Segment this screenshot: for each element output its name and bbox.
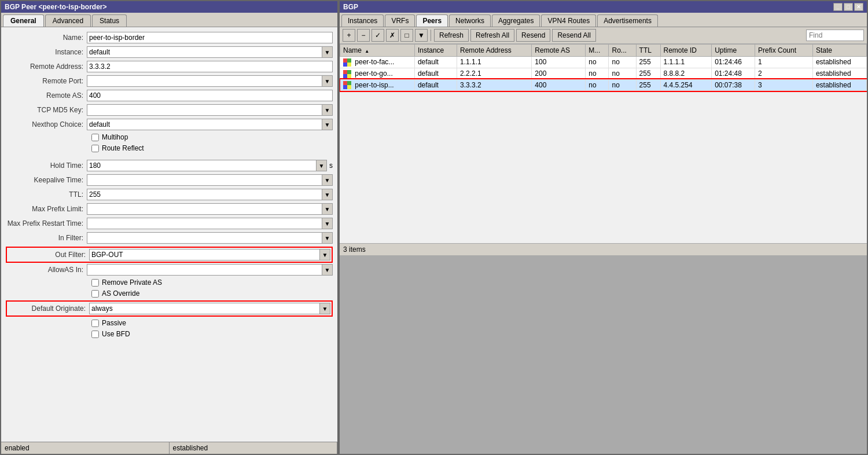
row3-ro: no	[609, 79, 636, 91]
max-prefix-restart-dropdown-btn[interactable]: ▼	[322, 218, 332, 229]
table-row[interactable]: peer-to-fac... default 1.1.1.1 100 no no…	[340, 57, 867, 68]
col-instance[interactable]: Instance	[414, 45, 457, 57]
row2-instance: default	[414, 68, 457, 79]
remote-address-label: Remote Address:	[6, 63, 87, 71]
in-filter-select[interactable]: ▼	[87, 232, 333, 244]
ttl-dropdown-btn[interactable]: ▼	[322, 189, 332, 200]
col-remote-as[interactable]: Remote AS	[532, 45, 586, 57]
row1-remote-as: 100	[532, 57, 586, 68]
tab-advanced[interactable]: Advanced	[45, 14, 91, 27]
filter-btn[interactable]: ▼	[415, 29, 428, 42]
default-originate-dropdown-btn[interactable]: ▼	[319, 303, 330, 314]
col-state[interactable]: State	[812, 45, 866, 57]
ttl-select[interactable]: 255 ▼	[87, 189, 333, 200]
peer-icon-2	[343, 70, 351, 78]
row2-remote-id: 8.8.8.2	[660, 68, 712, 79]
multihop-checkbox[interactable]	[91, 134, 99, 141]
remote-as-label: Remote AS:	[6, 91, 87, 100]
hold-time-unit: s	[329, 162, 333, 170]
add-btn[interactable]: +	[343, 29, 355, 42]
find-input[interactable]	[806, 30, 864, 41]
out-filter-label: Out Filter:	[8, 251, 89, 259]
tab-networks[interactable]: Networks	[449, 14, 491, 27]
remote-port-select[interactable]: ▼	[87, 75, 333, 87]
allowas-dropdown-btn[interactable]: ▼	[322, 265, 332, 275]
tcp-md5-dropdown-btn[interactable]: ▼	[322, 105, 332, 115]
hold-time-label: Hold Time:	[6, 162, 87, 170]
max-prefix-restart-label: Max Prefix Restart Time:	[6, 219, 87, 228]
hold-time-dropdown-btn[interactable]: ▼	[316, 160, 326, 171]
tab-peers[interactable]: Peers	[416, 14, 448, 27]
remote-address-input[interactable]	[87, 61, 333, 72]
tab-general[interactable]: General	[3, 14, 44, 27]
tcp-md5-select[interactable]: ▼	[87, 104, 333, 116]
maximize-btn[interactable]: □	[844, 3, 853, 11]
nexthop-dropdown-btn[interactable]: ▼	[322, 119, 332, 130]
out-filter-highlighted: Out Filter: BGP-OUT ▼	[6, 247, 333, 263]
passive-checkbox[interactable]	[91, 320, 99, 327]
col-remote-address[interactable]: Remote Address	[457, 45, 531, 57]
in-filter-dropdown-btn[interactable]: ▼	[322, 233, 332, 243]
tab-instances[interactable]: Instances	[341, 14, 384, 27]
close-btn[interactable]: ✕	[854, 3, 863, 11]
as-override-checkbox[interactable]	[91, 290, 99, 298]
refresh-all-btn[interactable]: Refresh All	[470, 29, 514, 42]
row3-instance: default	[414, 79, 457, 91]
passive-label: Passive	[102, 319, 126, 327]
route-reflect-checkbox[interactable]	[91, 145, 99, 152]
col-ttl[interactable]: TTL	[636, 45, 660, 57]
remote-as-input[interactable]	[87, 90, 333, 101]
remote-port-dropdown-btn[interactable]: ▼	[322, 76, 332, 86]
keepalive-dropdown-btn[interactable]: ▼	[322, 175, 332, 185]
toolbar-row: + − ✓ ✗ □ ▼ Refresh Refresh All Resend R…	[340, 27, 867, 44]
out-filter-dropdown-btn[interactable]: ▼	[319, 249, 330, 260]
table-row-selected[interactable]: peer-to-isp... default 3.3.3.2 400 no no…	[340, 79, 867, 91]
remote-port-row: Remote Port: ▼	[6, 75, 333, 87]
cross-btn[interactable]: ✗	[386, 29, 399, 42]
tab-vrfs[interactable]: VRFs	[385, 14, 415, 27]
tab-status[interactable]: Status	[92, 14, 127, 27]
right-panel: BGP _ □ ✕ Instances VRFs Peers Networks …	[339, 0, 868, 455]
use-bfd-checkbox[interactable]	[91, 331, 99, 338]
col-name[interactable]: Name ▲	[340, 45, 415, 57]
tab-aggregates[interactable]: Aggregates	[492, 14, 540, 27]
minimize-btn[interactable]: _	[833, 3, 843, 11]
out-filter-select[interactable]: BGP-OUT ▼	[89, 249, 330, 260]
refresh-btn[interactable]: Refresh	[434, 29, 469, 42]
hold-time-select[interactable]: 180 ▼	[87, 160, 327, 171]
max-prefix-limit-select[interactable]: ▼	[87, 203, 333, 215]
col-uptime[interactable]: Uptime	[712, 45, 755, 57]
name-input[interactable]	[87, 32, 333, 43]
ttl-label: TTL:	[6, 190, 87, 199]
allowas-label: AllowAS In:	[6, 266, 87, 274]
copy-btn[interactable]: □	[400, 29, 413, 42]
tab-vpn4routes[interactable]: VPN4 Routes	[541, 14, 596, 27]
default-originate-select[interactable]: always ▼	[89, 303, 330, 314]
default-originate-value: always	[90, 304, 319, 313]
max-prefix-restart-select[interactable]: ▼	[87, 218, 333, 229]
row1-remote-id: 1.1.1.1	[660, 57, 712, 68]
remove-btn[interactable]: −	[357, 29, 370, 42]
check-btn[interactable]: ✓	[372, 29, 384, 42]
nexthop-select[interactable]: default ▼	[87, 119, 333, 130]
keepalive-select[interactable]: ▼	[87, 174, 333, 186]
resend-all-btn[interactable]: Resend All	[552, 29, 595, 42]
remove-private-as-checkbox[interactable]	[91, 279, 99, 287]
form-area: Name: Instance: default ▼ Remote Address…	[1, 27, 337, 442]
row1-uptime: 01:24:46	[712, 57, 755, 68]
tab-advertisements[interactable]: Advertisements	[597, 14, 658, 27]
col-remote-id[interactable]: Remote ID	[660, 45, 712, 57]
col-m[interactable]: M...	[586, 45, 609, 57]
col-prefix-count[interactable]: Prefix Count	[755, 45, 813, 57]
row3-remote-address: 3.3.3.2	[457, 79, 531, 91]
max-prefix-limit-dropdown-btn[interactable]: ▼	[322, 204, 332, 214]
table-row[interactable]: peer-to-go... default 2.2.2.1 200 no no …	[340, 68, 867, 79]
remote-address-row: Remote Address:	[6, 61, 333, 72]
name-label: Name:	[6, 34, 87, 42]
col-ro[interactable]: Ro...	[609, 45, 636, 57]
allowas-select[interactable]: ▼	[87, 264, 333, 276]
peer-icon-1	[343, 58, 351, 67]
instance-select[interactable]: default ▼	[87, 46, 333, 58]
resend-btn[interactable]: Resend	[516, 29, 550, 42]
instance-dropdown-btn[interactable]: ▼	[322, 47, 332, 57]
